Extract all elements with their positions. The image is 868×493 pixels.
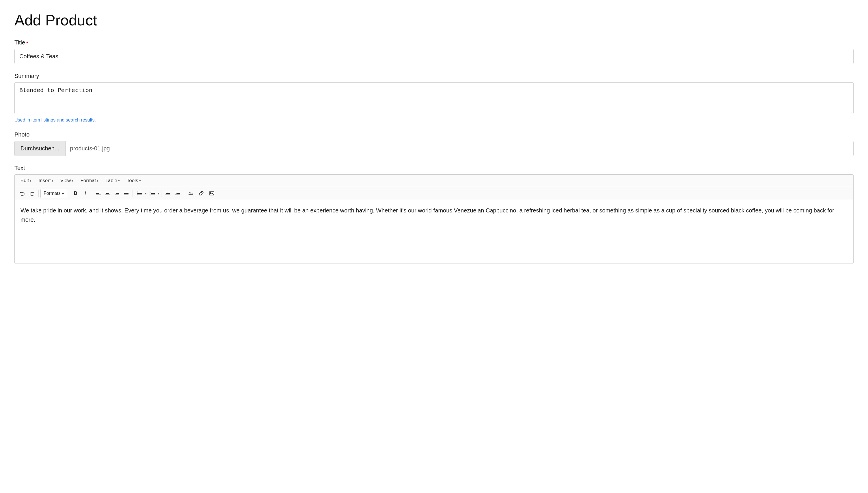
menu-insert-chevron: ▾ [52, 179, 54, 183]
menu-format-label: Format [80, 178, 96, 184]
browse-button[interactable]: Durchsuchen... [15, 141, 66, 156]
text-label: Text [15, 165, 853, 171]
menu-tools[interactable]: Tools ▾ [124, 176, 144, 185]
image-button[interactable] [207, 189, 216, 198]
decrease-indent-icon [166, 191, 170, 195]
menu-view-chevron: ▾ [71, 179, 73, 183]
special-chars-button[interactable] [186, 189, 196, 198]
menu-insert-label: Insert [38, 178, 51, 184]
toolbar-sep-4 [132, 190, 133, 197]
summary-field-group: Summary Blended to Perfection Used in it… [15, 73, 853, 123]
title-input[interactable] [15, 49, 853, 64]
toolbar-sep-6 [184, 190, 184, 197]
photo-label: Photo [15, 131, 853, 138]
bold-button[interactable]: B [71, 189, 80, 198]
file-input-wrapper: Durchsuchen... products-01.jpg [15, 141, 853, 156]
svg-point-16 [137, 195, 138, 195]
menu-edit-label: Edit [21, 178, 29, 184]
undo-button[interactable] [18, 189, 27, 198]
title-field-group: Title • [15, 39, 853, 64]
bullet-list-chevron: ▾ [145, 192, 147, 195]
formats-chevron: ▾ [62, 191, 64, 196]
editor-text: We take pride in our work, and it shows.… [21, 207, 834, 223]
toolbar-sep-3 [92, 190, 92, 197]
menu-format-chevron: ▾ [97, 179, 99, 183]
menu-view[interactable]: View ▾ [58, 176, 77, 185]
summary-hint: Used in item listings and search results… [15, 117, 853, 123]
formats-label: Formats [44, 191, 61, 196]
photo-field-group: Photo Durchsuchen... products-01.jpg [15, 131, 853, 156]
redo-icon [30, 191, 34, 196]
decrease-indent-button[interactable] [163, 189, 172, 198]
page-title: Add Product [15, 12, 853, 29]
increase-indent-icon [175, 191, 180, 195]
menu-table-label: Table [105, 178, 117, 184]
numbered-list-icon: 1. 2. 3. [150, 191, 155, 195]
undo-icon [20, 191, 24, 196]
menu-table-chevron: ▾ [118, 179, 120, 183]
toolbar-sep-1 [38, 190, 39, 197]
summary-label: Summary [15, 73, 853, 79]
bullet-list-button[interactable] [134, 189, 144, 198]
numbered-list-chevron: ▾ [158, 192, 160, 195]
menu-insert[interactable]: Insert ▾ [36, 176, 56, 185]
editor-menubar: Edit ▾ Insert ▾ View ▾ Format ▾ Table ▾ … [15, 175, 853, 187]
align-right-icon [114, 191, 119, 195]
menu-edit[interactable]: Edit ▾ [18, 176, 34, 185]
required-indicator: • [26, 39, 28, 46]
align-left-icon [96, 191, 101, 195]
toolbar-sep-5 [161, 190, 162, 197]
menu-view-label: View [60, 178, 71, 184]
file-name-display: products-01.jpg [66, 141, 853, 156]
svg-text:3.: 3. [150, 194, 151, 195]
menu-tools-chevron: ▾ [139, 179, 141, 183]
title-label: Title • [15, 39, 853, 46]
link-button[interactable] [196, 189, 206, 198]
alignment-group [94, 189, 131, 198]
align-center-button[interactable] [103, 189, 112, 198]
toolbar-sep-2 [69, 190, 69, 197]
text-field-group: Text Edit ▾ Insert ▾ View ▾ Format ▾ Tab… [15, 165, 853, 264]
align-center-icon [105, 191, 110, 195]
menu-tools-label: Tools [127, 178, 138, 184]
italic-button[interactable]: I [81, 189, 90, 198]
image-icon [209, 191, 214, 195]
numbered-list-button[interactable]: 1. 2. 3. [147, 189, 157, 198]
redo-button[interactable] [27, 189, 37, 198]
editor-toolbar: Formats ▾ B I [15, 187, 853, 200]
formats-dropdown[interactable]: Formats ▾ [40, 189, 67, 198]
title-label-text: Title [15, 39, 25, 46]
menu-format[interactable]: Format ▾ [78, 176, 101, 185]
bullet-list-icon [137, 191, 142, 195]
svg-point-12 [137, 192, 138, 193]
menu-table[interactable]: Table ▾ [103, 176, 123, 185]
align-right-button[interactable] [112, 189, 122, 198]
justify-icon [124, 191, 128, 195]
svg-point-14 [137, 193, 138, 194]
menu-edit-chevron: ▾ [30, 179, 31, 183]
justify-button[interactable] [122, 189, 131, 198]
special-chars-icon [188, 191, 193, 196]
align-left-button[interactable] [94, 189, 103, 198]
editor-content-area[interactable]: We take pride in our work, and it shows.… [15, 200, 853, 263]
increase-indent-button[interactable] [173, 189, 182, 198]
link-icon [199, 191, 204, 195]
rich-text-editor: Edit ▾ Insert ▾ View ▾ Format ▾ Table ▾ … [15, 174, 853, 264]
summary-textarea[interactable]: Blended to Perfection [15, 82, 853, 114]
